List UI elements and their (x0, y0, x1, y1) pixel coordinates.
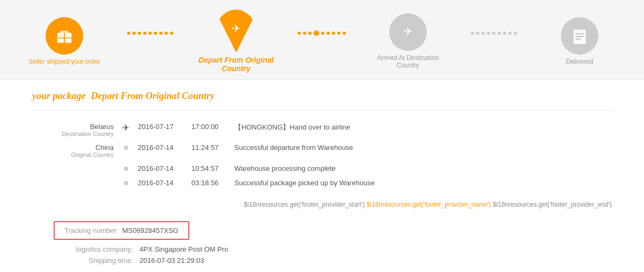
dot-icon-4 (124, 181, 128, 185)
step-label-depart: Depart From Original Country (193, 56, 279, 73)
step-delivered: Delivered (537, 17, 623, 65)
package-title-prefix: your package (32, 90, 85, 101)
step-icon-delivered (561, 17, 598, 55)
desc-1: 【HONGKONG】Hand over to airline (230, 119, 612, 140)
time-4: 03:18:56 (187, 176, 230, 190)
tracking-row-3: 2016-07-14 10:54:57 Warehouse processing… (32, 161, 612, 176)
desc-2: Successful departure from Warehouse (230, 140, 612, 161)
logistics-label: logistics company: (54, 245, 139, 253)
dot-icon-3 (124, 167, 128, 171)
tracking-info: Tracking number: MS06928457XSG logistics… (54, 221, 612, 265)
tracking-number-label: Tracking number: (64, 226, 119, 235)
connector-2 (279, 33, 365, 34)
step-label-seller: Seller shipped your order (28, 58, 100, 65)
footer-part3: $i18nresources.get('footer_provider_end'… (493, 201, 612, 208)
tracking-row-1: Belarus Destination Country ✈ 2016-07-17… (32, 119, 612, 140)
tracking-number-box: Tracking number: MS06928457XSG (54, 221, 189, 240)
step-arrived: ✈ Arrived At Destination Country (365, 13, 451, 69)
package-title-status: Depart From Original Country (91, 90, 215, 101)
desc-3: Warehouse processing complete (230, 161, 612, 176)
shipping-label: Shipping time: (54, 256, 139, 265)
content-area: your package Depart From Original Countr… (0, 80, 644, 272)
shipping-row: Shipping time: 2016-07-03 21:29:03 (54, 256, 612, 265)
tracking-events-table: Belarus Destination Country ✈ 2016-07-17… (32, 119, 612, 190)
location-sub-2: Original Country (36, 152, 114, 158)
step-icon-arrived: ✈ (389, 13, 427, 51)
footer-part1: $i18nresources.get('footer_provider_star… (244, 201, 365, 208)
plane-icon-1: ✈ (122, 123, 129, 132)
location-sub-1: Destination Country (36, 131, 114, 137)
svg-text:✈: ✈ (403, 25, 413, 37)
step-label-arrived: Arrived At Destination Country (365, 54, 451, 69)
tracking-number-value: MS06928457XSG (122, 226, 179, 235)
footer-part2: $i18nresources.get('footer_provider_name… (367, 201, 491, 208)
progress-bar: Seller shipped your order ✈ Depart From … (0, 0, 644, 80)
divider (32, 110, 612, 111)
connector-3 (451, 33, 537, 34)
step-depart: ✈ Depart From Original Country (193, 10, 279, 73)
footer-provider: $i18nresources.get('footer_provider_star… (32, 201, 612, 208)
time-2: 11:24:57 (187, 140, 230, 161)
date-1: 2016-07-17 (134, 119, 187, 140)
location-main-1: Belarus (36, 123, 114, 131)
svg-text:✈: ✈ (232, 22, 241, 34)
tracking-row-4: 2016-07-14 03:18:56 Successful package p… (32, 176, 612, 190)
time-3: 10:54:57 (187, 161, 230, 176)
step-icon-seller (46, 17, 83, 55)
step-icon-depart: ✈ (214, 10, 257, 52)
desc-4: Successful package picked up by Warehous… (230, 176, 612, 190)
date-4: 2016-07-14 (134, 176, 187, 190)
dot-icon-2 (124, 146, 128, 150)
logistics-value: 4PX Singapore Post OM Pro (139, 245, 228, 253)
logistics-row: logistics company: 4PX Singapore Post OM… (54, 245, 612, 253)
connector-1 (107, 33, 193, 34)
time-1: 17:00:00 (187, 119, 230, 140)
date-3: 2016-07-14 (134, 161, 187, 176)
step-seller-shipped: Seller shipped your order (21, 17, 107, 65)
package-title: your package Depart From Original Countr… (32, 90, 612, 102)
shipping-value: 2016-07-03 21:29:03 (139, 256, 204, 265)
step-label-delivered: Delivered (566, 58, 594, 65)
date-2: 2016-07-14 (134, 140, 187, 161)
location-main-2: China (36, 143, 114, 152)
tracking-row-2: China Original Country 2016-07-14 11:24:… (32, 140, 612, 161)
